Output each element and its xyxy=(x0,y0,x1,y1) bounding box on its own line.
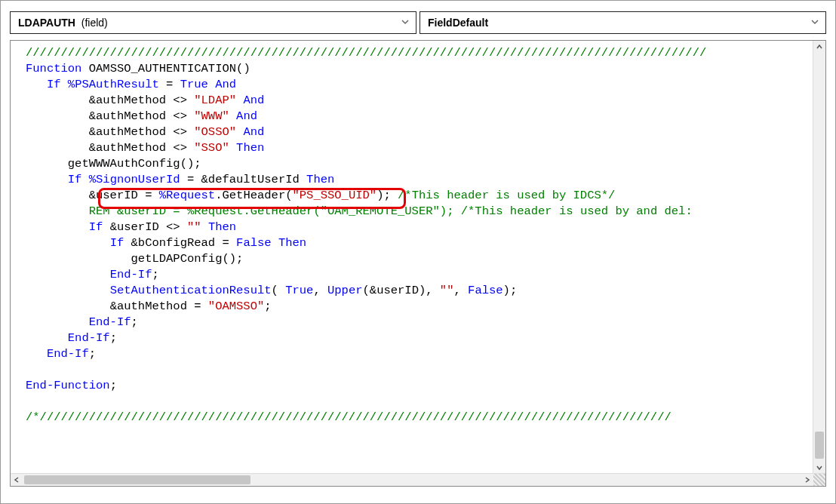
event-selector-label: FieldDefault xyxy=(428,17,488,29)
scroll-up-icon[interactable] xyxy=(813,41,825,53)
scroll-left-icon[interactable] xyxy=(11,474,23,486)
event-selector-dropdown[interactable]: FieldDefault xyxy=(420,11,826,34)
scroll-right-icon[interactable] xyxy=(801,474,813,486)
object-selector-label: LDAPAUTH (field) xyxy=(18,17,108,29)
dropdown-bar: LDAPAUTH (field) FieldDefault xyxy=(1,1,835,40)
chevron-down-icon xyxy=(401,17,410,29)
vertical-scrollbar[interactable] xyxy=(813,41,825,474)
editor-window: LDAPAUTH (field) FieldDefault //////////… xyxy=(0,0,836,504)
scroll-down-icon[interactable] xyxy=(813,462,825,474)
resize-grip-icon[interactable] xyxy=(813,474,825,486)
code-editor[interactable]: ////////////////////////////////////////… xyxy=(11,41,813,474)
code-editor-frame: ////////////////////////////////////////… xyxy=(10,40,826,487)
scrollbar-thumb[interactable] xyxy=(24,475,250,484)
scrollbar-thumb[interactable] xyxy=(815,432,824,459)
object-selector-dropdown[interactable]: LDAPAUTH (field) xyxy=(10,11,416,34)
code-content: ////////////////////////////////////////… xyxy=(11,41,813,426)
chevron-down-icon xyxy=(810,17,819,29)
horizontal-scrollbar[interactable] xyxy=(11,473,825,486)
